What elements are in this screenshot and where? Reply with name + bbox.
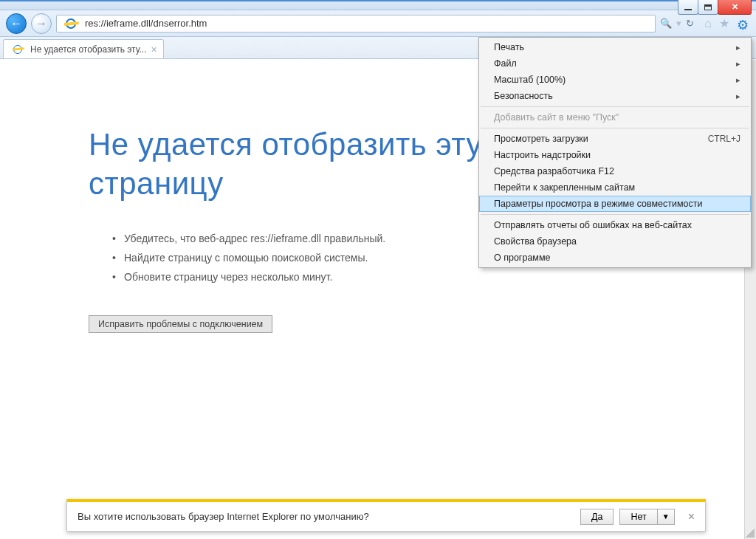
menu-label: Отправлять отчеты об ошибках на веб-сайт…	[494, 220, 692, 230]
prompt-buttons: Да Нет ▼ ×	[580, 509, 695, 525]
ie-favicon-icon	[64, 17, 78, 30]
menu-label: О программе	[494, 253, 550, 263]
prompt-close-icon[interactable]: ×	[688, 510, 695, 523]
prompt-no-group: Нет ▼	[619, 509, 674, 525]
submenu-arrow-icon: ▸	[736, 59, 740, 69]
prompt-no-button[interactable]: Нет	[619, 509, 657, 525]
address-bar[interactable]: res://ieframe.dll/dnserror.htm	[56, 15, 656, 32]
menu-label: Просмотреть загрузки	[494, 134, 588, 144]
tools-gear-icon[interactable]: ⚙	[737, 17, 750, 30]
menu-devtools[interactable]: Средства разработчика F12	[479, 163, 751, 179]
separator: ▾	[676, 18, 681, 29]
tab-favicon-icon	[13, 44, 23, 55]
tab-close-icon[interactable]: ×	[151, 44, 157, 55]
error-heading: Не удается отобразить эту страницу	[89, 126, 546, 203]
submenu-arrow-icon: ▸	[736, 43, 740, 52]
menu-separator	[481, 106, 749, 107]
menu-file[interactable]: Файл ▸	[479, 55, 751, 72]
forward-button[interactable]: →	[31, 13, 52, 34]
maximize-button[interactable]	[698, 0, 718, 15]
prompt-text: Вы хотите использовать браузер Internet …	[78, 511, 580, 522]
menu-label: Файл	[494, 58, 517, 69]
browser-tab[interactable]: Не удается отобразить эту... ×	[3, 39, 164, 58]
menu-shortcut: CTRL+J	[708, 134, 740, 144]
menu-pinned-sites[interactable]: Перейти к закрепленным сайтам	[479, 179, 751, 196]
menu-separator	[481, 214, 749, 215]
refresh-icon[interactable]: ↻	[686, 18, 694, 29]
minimize-button[interactable]	[678, 0, 698, 15]
menu-label: Средства разработчика F12	[494, 166, 614, 176]
menu-label: Перейти к закрепленным сайтам	[494, 182, 635, 193]
menu-internet-options[interactable]: Свойства браузера	[479, 233, 751, 250]
close-window-button[interactable]: ✕	[718, 0, 752, 15]
search-icon[interactable]: 🔍	[660, 18, 672, 29]
menu-label: Параметры просмотра в режиме совместимос…	[494, 199, 703, 209]
menu-report-errors[interactable]: Отправлять отчеты об ошибках на веб-сайт…	[479, 217, 751, 233]
prompt-no-dropdown[interactable]: ▼	[658, 509, 675, 525]
fix-connection-button[interactable]: Исправить проблемы с подключением	[89, 315, 272, 333]
menu-compatibility-view[interactable]: Параметры просмотра в режиме совместимос…	[479, 196, 751, 212]
menu-label: Свойства браузера	[494, 236, 577, 247]
toolbar-right: ⌂ ★ ⚙	[698, 16, 750, 30]
dns-error-page: Не удается отобразить эту страницу Убеди…	[0, 59, 546, 333]
home-icon[interactable]: ⌂	[704, 17, 712, 30]
menu-zoom[interactable]: Масштаб (100%) ▸	[479, 72, 751, 88]
menu-print[interactable]: Печать ▸	[479, 39, 751, 55]
tools-menu: Печать ▸ Файл ▸ Масштаб (100%) ▸ Безопас…	[478, 37, 752, 268]
menu-label: Добавить сайт в меню "Пуск"	[494, 112, 619, 123]
tab-title: Не удается отобразить эту...	[30, 44, 147, 55]
menu-label: Масштаб (100%)	[494, 75, 566, 85]
menu-add-to-start: Добавить сайт в меню "Пуск"	[479, 109, 751, 126]
address-actions: 🔍 ▾ ↻	[660, 18, 694, 29]
menu-security[interactable]: Безопасность ▸	[479, 88, 751, 104]
address-url: res://ieframe.dll/dnserror.htm	[85, 18, 207, 29]
navigation-bar: ← → res://ieframe.dll/dnserror.htm 🔍 ▾ ↻…	[0, 10, 756, 37]
menu-separator	[481, 128, 749, 128]
menu-manage-addons[interactable]: Настроить надстройки	[479, 147, 751, 163]
title-bar: ✕	[0, 1, 756, 10]
window-controls: ✕	[678, 0, 752, 15]
default-browser-prompt: Вы хотите использовать браузер Internet …	[66, 499, 706, 532]
favorites-icon[interactable]: ★	[719, 16, 729, 30]
menu-about[interactable]: О программе	[479, 250, 751, 266]
back-button[interactable]: ←	[6, 13, 27, 34]
prompt-yes-button[interactable]: Да	[580, 509, 614, 525]
error-suggestion: Обновите страницу через несколько минут.	[112, 271, 546, 283]
resize-grip[interactable]	[743, 526, 755, 538]
menu-downloads[interactable]: Просмотреть загрузки CTRL+J	[479, 131, 751, 147]
browser-window: ✕ ← → res://ieframe.dll/dnserror.htm 🔍 ▾…	[0, 0, 756, 539]
menu-label: Настроить надстройки	[494, 150, 591, 160]
submenu-arrow-icon: ▸	[736, 92, 740, 101]
submenu-arrow-icon: ▸	[736, 75, 740, 85]
menu-label: Печать	[494, 42, 524, 52]
menu-label: Безопасность	[494, 91, 553, 101]
